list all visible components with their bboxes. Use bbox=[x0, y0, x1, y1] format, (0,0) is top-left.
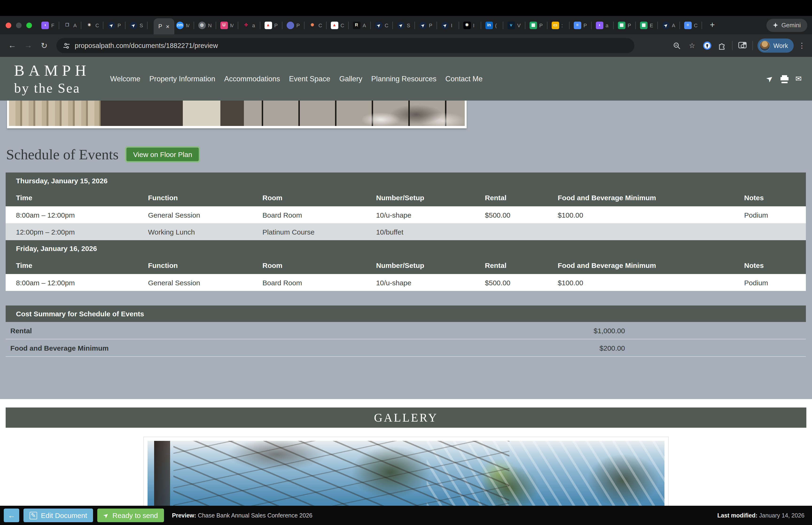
cell-room: Board Room bbox=[252, 206, 366, 223]
email-icon[interactable]: ✉ bbox=[795, 74, 802, 83]
screen: ◖F❐A✳C➤P➤SP×zmM◍NUM✣a▲PP✺C▲CRA➤C➤S➤P➤I❋I… bbox=[0, 0, 812, 525]
tab-favicon-icon: ➤ bbox=[660, 20, 671, 30]
chrome-menu-icon[interactable]: ⋮ bbox=[798, 41, 806, 50]
browser-tab[interactable]: ➤P bbox=[108, 16, 130, 34]
browser-tab[interactable]: ≡P bbox=[573, 16, 596, 34]
browser-tab[interactable]: ◖a bbox=[596, 16, 618, 34]
new-tab-button[interactable]: + bbox=[710, 20, 715, 30]
search-tabs-icon[interactable] bbox=[737, 42, 747, 49]
browser-tab[interactable]: ≡C bbox=[684, 16, 706, 34]
nav-contact-me[interactable]: Contact Me bbox=[445, 75, 483, 83]
cost-summary-header: Cost Summary for Schedule of Events bbox=[6, 305, 806, 322]
nav-gallery[interactable]: Gallery bbox=[339, 75, 362, 83]
cell-number-setup: 10/u-shape bbox=[366, 206, 475, 223]
browser-tab[interactable]: in( bbox=[485, 16, 507, 34]
active-tab[interactable]: P× bbox=[154, 18, 174, 34]
back-to-dashboard-button[interactable]: ← bbox=[4, 509, 19, 522]
browser-tab[interactable]: ➤S bbox=[397, 16, 419, 34]
password-manager-icon[interactable] bbox=[702, 41, 712, 50]
tab-separator bbox=[635, 21, 635, 29]
tab-separator bbox=[238, 21, 238, 29]
ready-to-send-button[interactable]: ➤ Ready to send bbox=[97, 509, 164, 522]
tab-separator bbox=[657, 21, 658, 29]
tab-favicon-icon: ❐ bbox=[63, 21, 71, 29]
cost-value: $200.00 bbox=[10, 344, 625, 352]
cell-time: 8:00am – 12:00pm bbox=[6, 274, 138, 291]
toolbar-divider bbox=[752, 41, 753, 50]
day-band: Thursday, January 15, 2026 bbox=[6, 172, 806, 189]
browser-tab[interactable]: ➤I bbox=[441, 16, 463, 34]
edit-document-button[interactable]: ✎ Edit Document bbox=[24, 509, 93, 522]
print-icon[interactable] bbox=[780, 75, 788, 82]
forward-icon[interactable]: → bbox=[21, 41, 35, 50]
browser-tab[interactable]: ▲P bbox=[264, 16, 287, 34]
col-notes: Notes bbox=[734, 189, 806, 206]
cell-rental: $500.00 bbox=[475, 274, 548, 291]
tab-separator bbox=[503, 21, 503, 29]
tab-separator bbox=[193, 21, 194, 29]
tab-title-fragment: C bbox=[385, 22, 388, 28]
browser-tab[interactable]: ▲C bbox=[331, 16, 353, 34]
browser-tab[interactable]: ❐A bbox=[63, 16, 86, 34]
browser-tab[interactable]: ✳C bbox=[86, 16, 108, 34]
reload-icon[interactable]: ↻ bbox=[37, 41, 51, 50]
zoom-window-button[interactable] bbox=[26, 22, 32, 28]
browser-tab[interactable]: ✺C bbox=[308, 16, 331, 34]
browser-tab[interactable]: ▦P bbox=[618, 16, 640, 34]
back-icon[interactable]: ← bbox=[6, 41, 19, 50]
bookmark-star-icon[interactable]: ☆ bbox=[687, 41, 697, 50]
tab-title-fragment: S bbox=[140, 22, 143, 28]
browser-tab[interactable]: ➤P bbox=[419, 16, 441, 34]
browser-tab[interactable]: ➤S bbox=[130, 16, 152, 34]
page-title: Schedule of Events bbox=[6, 146, 119, 163]
col-fb-minimum: Food and Beverage Minimum bbox=[548, 257, 734, 274]
nav-welcome[interactable]: Welcome bbox=[110, 75, 140, 83]
tab-separator bbox=[59, 21, 59, 29]
address-bar[interactable]: proposalpath.com/documents/1882271/previ… bbox=[56, 38, 634, 53]
tab-title-fragment: N bbox=[208, 22, 211, 28]
browser-tab[interactable]: zmM bbox=[176, 16, 198, 34]
close-window-button[interactable] bbox=[6, 22, 11, 28]
browser-tab[interactable]: ➤C bbox=[375, 16, 397, 34]
site-settings-icon[interactable] bbox=[63, 42, 70, 49]
browser-tab[interactable]: ◖F bbox=[41, 16, 63, 34]
nav-event-space[interactable]: Event Space bbox=[289, 75, 330, 83]
browser-tab[interactable]: ➤A bbox=[662, 16, 684, 34]
close-tab-icon[interactable]: × bbox=[166, 23, 169, 30]
browser-tab[interactable]: P bbox=[287, 16, 308, 34]
url-text[interactable]: proposalpath.com/documents/1882271/previ… bbox=[75, 42, 218, 49]
browser-tab[interactable]: ▦P bbox=[530, 16, 551, 34]
tab-separator bbox=[613, 21, 613, 29]
browser-tab[interactable]: RA bbox=[353, 16, 375, 34]
toolbar-right: ☆ Work ⋮ bbox=[672, 39, 806, 52]
browser-tab[interactable]: ◍N bbox=[198, 16, 220, 34]
tab-title-fragment: P bbox=[583, 22, 587, 28]
profile-button[interactable]: Work bbox=[757, 39, 794, 52]
minimize-window-button[interactable] bbox=[16, 22, 21, 28]
nav-planning-resources[interactable]: Planning Resources bbox=[371, 75, 436, 83]
tab-title-fragment: : bbox=[561, 22, 565, 28]
col-time: Time bbox=[6, 257, 138, 274]
col-notes: Notes bbox=[734, 257, 806, 274]
nav-accommodations[interactable]: Accommodations bbox=[224, 75, 280, 83]
browser-tab[interactable]: ▦E bbox=[640, 16, 662, 34]
share-icon[interactable]: ➤ bbox=[764, 73, 776, 85]
browser-tab[interactable]: ▭: bbox=[551, 16, 573, 34]
tab-title-fragment: I bbox=[451, 22, 454, 28]
browser-tab[interactable]: vV bbox=[507, 16, 530, 34]
nav-property-information[interactable]: Property Information bbox=[149, 75, 215, 83]
tab-title-fragment: I bbox=[473, 22, 476, 28]
tab-title-fragment: A bbox=[73, 22, 77, 28]
view-floor-plan-button[interactable]: View on Floor Plan bbox=[125, 146, 200, 163]
extensions-puzzle-icon[interactable] bbox=[717, 42, 727, 49]
browser-tab[interactable]: UM bbox=[220, 16, 242, 34]
tab-favicon-icon: ➤ bbox=[128, 20, 139, 30]
site-logo[interactable]: BAMPH by the Sea bbox=[14, 63, 90, 95]
browser-tab[interactable]: ✣a bbox=[242, 16, 264, 34]
gemini-button[interactable]: Gemini bbox=[766, 18, 807, 32]
browser-tab[interactable]: ❋I bbox=[463, 16, 485, 34]
gallery-header-band: GALLERY bbox=[6, 407, 806, 428]
tab-separator bbox=[326, 21, 326, 29]
zoom-out-icon[interactable] bbox=[672, 42, 682, 49]
table-row: 8:00am – 12:00pm General Session Board R… bbox=[6, 206, 806, 223]
